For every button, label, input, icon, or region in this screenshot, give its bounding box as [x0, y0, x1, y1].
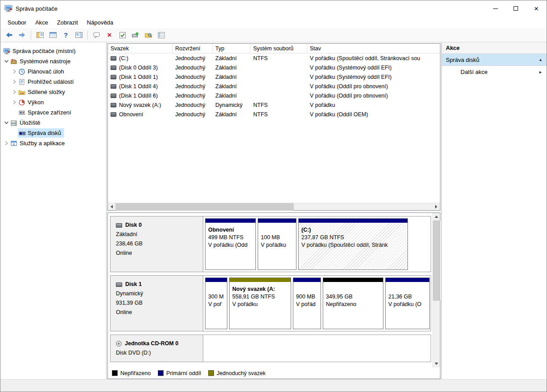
maximize-button[interactable]	[506, 0, 526, 16]
partition-c[interactable]: (C:) 237,87 GB NTFS V pořádku (Spouštěcí…	[298, 218, 408, 270]
partition-novy-svazek[interactable]: Nový svazek (A: 558,91 GB NTFS V pořádku	[229, 278, 291, 329]
tree-item-storage[interactable]: Úložiště	[0, 118, 106, 128]
actions-pane: Akce Správa disků ▲ Další akce ►	[441, 42, 547, 379]
properties-button[interactable]	[155, 29, 167, 41]
tree-item-task-scheduler[interactable]: Plánovač úloh	[0, 66, 106, 77]
disk-name: Disk 1	[125, 280, 142, 289]
volume-layout: Jednoduchý	[173, 74, 213, 80]
disk1-info[interactable]: Disk 1 Dynamický 931,39 GB Online	[111, 276, 203, 331]
partition-900mb[interactable]: 900 MB V pořád	[293, 278, 321, 329]
expand-chevron-icon[interactable]	[11, 78, 18, 86]
column-header-filesystem[interactable]: Systém souborů	[251, 44, 307, 53]
scrollbar-thumb[interactable]	[115, 203, 294, 211]
column-header-status[interactable]: Stav	[307, 44, 440, 53]
tree-item-shared-folders[interactable]: Sdílené složky	[0, 87, 106, 97]
partition-size: 21,36 GB	[388, 293, 427, 301]
volume-layout: Jednoduchý	[173, 102, 213, 108]
expand-chevron-icon[interactable]	[11, 89, 18, 96]
column-header-type[interactable]: Typ	[213, 44, 251, 53]
partition-obnoveni[interactable]: Obnovení 499 MB NTFS V pořádku (Odd	[205, 218, 256, 270]
tree-item-device-manager[interactable]: Správce zařízení	[0, 107, 106, 118]
forward-button[interactable]	[16, 29, 28, 41]
collapse-arrow-icon[interactable]: ▲	[539, 57, 543, 62]
mark-active-button[interactable]	[116, 29, 128, 41]
explore-button[interactable]	[142, 29, 154, 41]
new-volume-button[interactable]	[129, 29, 141, 41]
scrollbar-thumb[interactable]	[433, 220, 440, 301]
expand-chevron-icon[interactable]	[11, 99, 18, 106]
minimize-button[interactable]	[485, 0, 506, 16]
cdrom-info[interactable]: Jednotka CD-ROM 0 Disk DVD (D:)	[111, 335, 203, 362]
partition-color-band	[299, 219, 407, 223]
scroll-down-icon	[435, 363, 438, 365]
partition-color-band	[386, 278, 429, 282]
show-console-tree-button[interactable]	[34, 29, 46, 41]
actions-section-disk-management[interactable]: Správa disků ▲	[442, 54, 547, 66]
tree-item-event-viewer[interactable]: Prohlížeč událostí	[0, 77, 106, 87]
partition-21gb[interactable]: 21,36 GB V pořádku (O	[385, 278, 430, 329]
help-button[interactable]: ?	[60, 29, 72, 41]
partition-color-band	[206, 219, 255, 223]
volume-row[interactable]: (Disk 1 Oddíl 1) Jednoduchý Základní V p…	[108, 72, 440, 82]
volume-type: Základní	[213, 55, 251, 61]
volume-name: (C:)	[119, 55, 128, 61]
performance-icon	[18, 99, 25, 106]
tree-label: Úložiště	[20, 118, 42, 127]
tree-item-performance[interactable]: Výkon	[0, 97, 106, 107]
menu-file[interactable]: Soubor	[3, 17, 31, 28]
partition-unallocated[interactable]: 349,95 GB Nepřiřazeno	[323, 278, 383, 329]
scroll-left-icon	[111, 205, 113, 208]
partition-size: 100 MB	[261, 234, 294, 241]
scroll-left-button[interactable]	[108, 203, 115, 211]
menu-view[interactable]: Zobrazit	[53, 17, 82, 28]
volume-row[interactable]: Nový svazek (A:) Jednoduchý Dynamický NT…	[108, 100, 440, 110]
show-action-pane-button[interactable]	[73, 29, 85, 41]
close-button[interactable]: ×	[526, 0, 547, 16]
collapse-chevron-icon[interactable]	[3, 58, 10, 65]
tree-item-disk-management[interactable]: Správa disků	[0, 128, 106, 138]
volume-filesystem: NTFS	[251, 111, 307, 118]
partition-efi[interactable]: 100 MB V pořádku	[258, 218, 296, 270]
list-icon	[49, 31, 57, 39]
disk0-info[interactable]: Disk 0 Základní 238,46 GB Online	[111, 216, 203, 272]
partition-300mb[interactable]: 300 M V poř	[205, 278, 227, 329]
tree-item-system-tools[interactable]: Systémové nástroje	[0, 56, 106, 66]
back-button[interactable]	[3, 29, 15, 41]
volume-list-body: (C:) Jednoduchý Základní NTFS V pořádku …	[108, 53, 440, 203]
volume-row[interactable]: (C:) Jednoduchý Základní NTFS V pořádku …	[108, 53, 440, 63]
scroll-right-button[interactable]	[432, 203, 440, 211]
volume-row[interactable]: (Disk 0 Oddíl 3) Jednoduchý Základní V p…	[108, 63, 440, 72]
legend-swatch-simple	[208, 370, 214, 376]
tree-item-computer-management[interactable]: Správa počítače (místní)	[0, 46, 106, 56]
update-info-button[interactable]	[90, 29, 103, 41]
more-actions-item[interactable]: Další akce ►	[442, 66, 547, 78]
tree-item-services-apps[interactable]: Služby a aplikace	[0, 138, 106, 148]
vertical-scrollbar[interactable]	[432, 213, 440, 368]
column-header-layout[interactable]: Rozvržení	[173, 44, 213, 53]
volume-row[interactable]: Obnovení Jednoduchý Základní NTFS V pořá…	[108, 110, 440, 119]
partition-size: 237,87 GB NTFS	[301, 234, 405, 241]
delete-icon: ×	[107, 31, 112, 39]
expand-chevron-icon[interactable]	[11, 68, 18, 75]
menu-help[interactable]: Nápověda	[82, 17, 118, 28]
expand-chevron-icon[interactable]	[3, 140, 10, 147]
partition-color-band	[293, 278, 321, 282]
export-list-button[interactable]	[47, 29, 59, 41]
collapse-chevron-icon[interactable]	[3, 119, 10, 127]
volume-layout: Jednoduchý	[173, 93, 213, 99]
scroll-up-button[interactable]	[433, 213, 440, 220]
delete-volume-button[interactable]: ×	[103, 29, 115, 41]
menu-action[interactable]: Akce	[31, 17, 53, 28]
scroll-down-button[interactable]	[433, 360, 440, 368]
volume-type: Základní	[213, 65, 251, 71]
horizontal-scrollbar[interactable]	[108, 203, 440, 210]
event-viewer-icon	[18, 78, 25, 86]
tree-label: Správa počítače (místní)	[12, 47, 78, 55]
volume-row[interactable]: (Disk 1 Oddíl 4) Jednoduchý Základní V p…	[108, 82, 440, 91]
chevron-spacer	[11, 130, 18, 137]
column-header-volume[interactable]: Svazek	[108, 44, 173, 53]
partition-title: Obnovení	[208, 226, 253, 234]
disk-management-icon	[18, 130, 26, 137]
system-tools-icon	[10, 58, 17, 65]
volume-row[interactable]: (Disk 1 Oddíl 6) Jednoduchý Základní V p…	[108, 91, 440, 100]
